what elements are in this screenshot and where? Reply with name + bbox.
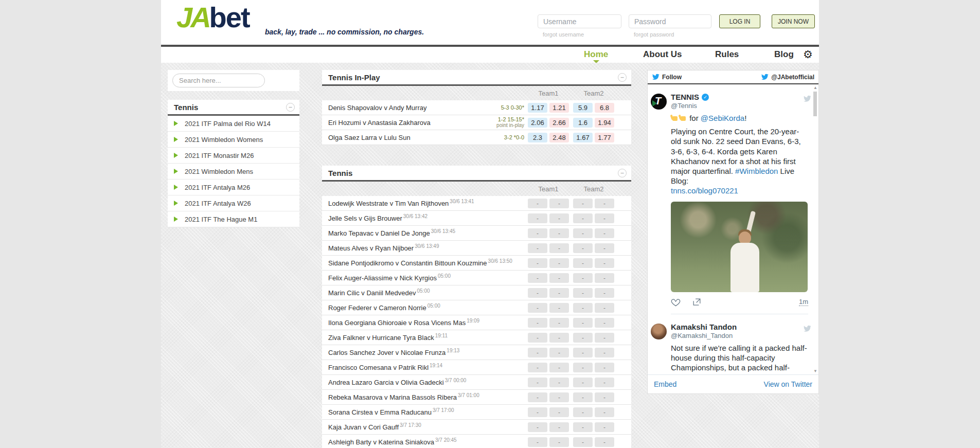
- password-input[interactable]: [629, 14, 711, 28]
- empty-odds-cell[interactable]: -: [595, 243, 614, 253]
- match-name[interactable]: Eri Hozumi v Anastasia Zakharova: [328, 119, 431, 127]
- empty-odds-cell[interactable]: -: [528, 258, 547, 268]
- empty-odds-cell[interactable]: -: [595, 348, 614, 357]
- empty-odds-cell[interactable]: -: [528, 348, 547, 357]
- lay-odds-cell[interactable]: 2.48: [549, 133, 569, 142]
- empty-odds-cell[interactable]: -: [528, 213, 547, 223]
- twitter-view-link[interactable]: View on Twitter: [764, 380, 812, 388]
- empty-odds-cell[interactable]: -: [528, 363, 547, 372]
- empty-odds-cell[interactable]: -: [573, 288, 593, 298]
- nav-item-blog[interactable]: Blog: [774, 47, 794, 62]
- match-name[interactable]: Jelle Sels v Gijs Brouwer30/6 13:42: [328, 214, 427, 222]
- lay-odds-cell[interactable]: 1.77: [595, 133, 614, 142]
- empty-odds-cell[interactable]: -: [573, 348, 593, 357]
- match-name[interactable]: Carlos Sanchez Jover v Nicolae Frunza19:…: [328, 349, 459, 356]
- empty-odds-cell[interactable]: -: [595, 303, 614, 313]
- empty-odds-cell[interactable]: -: [528, 228, 547, 238]
- login-button[interactable]: LOG IN: [719, 14, 760, 28]
- empty-odds-cell[interactable]: -: [549, 303, 569, 313]
- match-name[interactable]: Denis Shapovalov v Andy Murray: [328, 104, 426, 112]
- sidebar-tournament-item[interactable]: 2021 ITF Antalya W26: [168, 195, 299, 211]
- empty-odds-cell[interactable]: -: [528, 318, 547, 328]
- empty-odds-cell[interactable]: -: [595, 378, 614, 387]
- nav-item-about-us[interactable]: About Us: [643, 47, 682, 62]
- match-name[interactable]: Marko Tepavac v Daniel De Jonge30/6 13:4…: [328, 229, 455, 237]
- tweet-hashtag-link[interactable]: #Wimbledon: [735, 167, 778, 175]
- join-now-button[interactable]: JOIN NOW: [772, 14, 815, 28]
- empty-odds-cell[interactable]: -: [595, 437, 614, 447]
- tweet-url-link[interactable]: tnns.co/blog070221: [671, 186, 738, 195]
- empty-odds-cell[interactable]: -: [549, 228, 569, 238]
- empty-odds-cell[interactable]: -: [595, 333, 614, 343]
- tweet[interactable]: T TENNIS ✓ @Tennis for @SebiKorda! Playi: [648, 84, 818, 314]
- empty-odds-cell[interactable]: -: [549, 348, 569, 357]
- empty-odds-cell[interactable]: -: [573, 392, 593, 402]
- match-name[interactable]: Sidane Pontjodikromo v Constantin Bittou…: [328, 259, 512, 267]
- empty-odds-cell[interactable]: -: [595, 407, 614, 417]
- empty-odds-cell[interactable]: -: [573, 422, 593, 432]
- search-input[interactable]: [172, 74, 265, 87]
- back-odds-cell[interactable]: 2.3: [528, 133, 547, 142]
- empty-odds-cell[interactable]: -: [595, 213, 614, 223]
- empty-odds-cell[interactable]: -: [573, 363, 593, 372]
- match-name[interactable]: Ziva Falkner v Hurricane Tyra Black19:11: [328, 334, 448, 342]
- empty-odds-cell[interactable]: -: [573, 378, 593, 387]
- heart-icon[interactable]: [671, 297, 681, 307]
- empty-odds-cell[interactable]: -: [528, 392, 547, 402]
- lay-odds-cell[interactable]: 2.66: [549, 118, 569, 128]
- tweet-author-handle[interactable]: @Kamakshi_Tandon: [671, 332, 808, 339]
- match-name[interactable]: Sorana Cirstea v Emma Raducanu3/7 17:00: [328, 408, 454, 416]
- twitter-bird-icon[interactable]: [803, 325, 811, 333]
- match-name[interactable]: Marin Cilic v Daniil Medvedev05:00: [328, 289, 430, 297]
- empty-odds-cell[interactable]: -: [528, 378, 547, 387]
- lay-odds-cell[interactable]: 1.94: [595, 118, 614, 128]
- empty-odds-cell[interactable]: -: [595, 228, 614, 238]
- empty-odds-cell[interactable]: -: [573, 437, 593, 447]
- tweet-avatar[interactable]: T: [651, 94, 667, 110]
- sidebar-tournament-item[interactable]: 2021 ITF The Hague M1: [168, 211, 299, 227]
- twitter-bird-icon[interactable]: [803, 95, 811, 103]
- empty-odds-cell[interactable]: -: [595, 363, 614, 372]
- tweet-timestamp[interactable]: 1m: [799, 298, 808, 306]
- scroll-up-icon[interactable]: ▲: [813, 85, 817, 90]
- empty-odds-cell[interactable]: -: [549, 318, 569, 328]
- empty-odds-cell[interactable]: -: [595, 199, 614, 208]
- sidebar-tournament-item[interactable]: 2021 ITF Monastir M26: [168, 148, 299, 164]
- empty-odds-cell[interactable]: -: [528, 333, 547, 343]
- empty-odds-cell[interactable]: -: [549, 392, 569, 402]
- empty-odds-cell[interactable]: -: [528, 303, 547, 313]
- empty-odds-cell[interactable]: -: [528, 422, 547, 432]
- twitter-account-link[interactable]: @JAbetofficial: [761, 73, 814, 81]
- username-input[interactable]: [538, 14, 621, 28]
- sidebar-tournament-item[interactable]: 2021 Wimbledon Mens: [168, 164, 299, 180]
- collapse-minus-icon[interactable]: –: [286, 103, 295, 112]
- match-name[interactable]: Ashleigh Barty v Katerina Siniakova3/7 2…: [328, 438, 457, 446]
- empty-odds-cell[interactable]: -: [573, 333, 593, 343]
- empty-odds-cell[interactable]: -: [528, 199, 547, 208]
- twitter-follow-button[interactable]: Follow: [652, 73, 682, 81]
- scrollbar-thumb[interactable]: [813, 92, 817, 116]
- tweet-photo[interactable]: [671, 202, 808, 292]
- empty-odds-cell[interactable]: -: [549, 288, 569, 298]
- back-odds-cell[interactable]: 1.6: [573, 118, 593, 128]
- match-name[interactable]: Ilona Georgiana Ghioroaie v Rosa Vicens …: [328, 319, 479, 327]
- empty-odds-cell[interactable]: -: [549, 243, 569, 253]
- scroll-down-icon[interactable]: ▼: [813, 369, 817, 373]
- back-odds-cell[interactable]: 5.9: [573, 103, 593, 113]
- collapse-minus-icon[interactable]: –: [618, 73, 627, 82]
- empty-odds-cell[interactable]: -: [573, 199, 593, 208]
- tweet-mention-link[interactable]: @SebiKorda: [701, 114, 744, 122]
- empty-odds-cell[interactable]: -: [595, 422, 614, 432]
- sidebar-tournament-item[interactable]: 2021 ITF Palma del Rio W14: [168, 116, 299, 132]
- lay-odds-cell[interactable]: 6.8: [595, 103, 614, 113]
- empty-odds-cell[interactable]: -: [573, 228, 593, 238]
- brand-logo[interactable]: JAbet: [176, 2, 250, 33]
- tweet-avatar[interactable]: [651, 324, 667, 339]
- empty-odds-cell[interactable]: -: [549, 407, 569, 417]
- back-odds-cell[interactable]: 1.17: [528, 103, 547, 113]
- sidebar-tournament-item[interactable]: 2021 Wimbledon Womens: [168, 132, 299, 148]
- match-name[interactable]: Andrea Lazaro Garcia v Olivia Gadecki3/7…: [328, 379, 466, 386]
- empty-odds-cell[interactable]: -: [595, 258, 614, 268]
- gear-icon[interactable]: ⚙: [803, 47, 813, 62]
- forgot-password-link[interactable]: forgot password: [634, 31, 674, 38]
